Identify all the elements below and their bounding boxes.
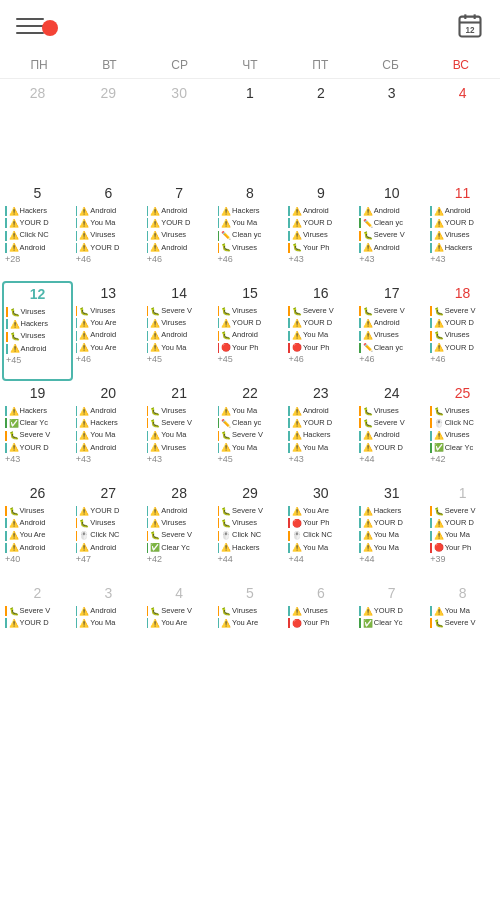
- day-cell-24[interactable]: 24🐛Viruses🐛Severe V⚠️Android⚠️YOUR D+44: [356, 381, 427, 481]
- event-text: You Ma: [232, 218, 257, 229]
- day-cell-21[interactable]: 21🐛Viruses🐛Severe V⚠️You Ma⚠️Viruses+43: [144, 381, 215, 481]
- event-icon: ✅: [9, 418, 19, 429]
- day-cell-22[interactable]: 22⚠️You Ma✏️Clean yc🐛Severe V⚠️You Ma+45: [215, 381, 286, 481]
- calendar-icon-btn[interactable]: 12: [456, 12, 484, 44]
- day-cell-29-other[interactable]: 29: [73, 81, 144, 181]
- event-text: Viruses: [90, 230, 115, 241]
- more-count: +45: [218, 354, 283, 364]
- event-icon: 🐛: [434, 506, 444, 517]
- weekday-ПН: ПН: [4, 52, 74, 78]
- event-icon: ⚠️: [221, 442, 231, 453]
- weekday-СБ: СБ: [355, 52, 425, 78]
- event-icon: 🐛: [150, 606, 160, 617]
- event-line: ⚠️Viruses: [147, 518, 212, 529]
- event-icon: ✅: [363, 618, 373, 629]
- event-text: Viruses: [161, 406, 186, 417]
- event-icon: ⚠️: [79, 318, 89, 329]
- day-cell-7-other[interactable]: 7⚠️YOUR D✅Clear Yc: [356, 581, 427, 681]
- day-cell-12[interactable]: 12🐛Viruses⚠️Hackers🐛Viruses⚠️Android+45: [2, 281, 73, 381]
- day-cell-1[interactable]: 1: [215, 81, 286, 181]
- day-cell-25[interactable]: 25🐛Viruses🖱️Click NC⚠️Viruses✅Clear Yc+4…: [427, 381, 498, 481]
- event-line: 🖱️Click NC: [218, 530, 283, 541]
- day-cell-27[interactable]: 27⚠️YOUR D🐛Viruses🖱️Click NC⚠️Android+47: [73, 481, 144, 581]
- day-cell-6[interactable]: 6⚠️Android⚠️You Ma⚠️Viruses⚠️YOUR D+46: [73, 181, 144, 281]
- event-text: Severe V: [374, 418, 405, 429]
- event-icon: ⚠️: [363, 330, 373, 341]
- event-line: ⚠️YOUR D: [359, 606, 424, 617]
- event-icon: ✅: [150, 542, 160, 553]
- event-icon: 🐛: [9, 430, 19, 441]
- day-cell-28-other[interactable]: 28: [2, 81, 73, 181]
- day-cell-29[interactable]: 29🐛Severe V🐛Viruses🖱️Click NC⚠️Hackers+4…: [215, 481, 286, 581]
- event-line: ⚠️YOUR D: [76, 242, 141, 253]
- day-cell-30-other[interactable]: 30: [144, 81, 215, 181]
- day-num: 7: [147, 184, 212, 204]
- day-num: 7: [359, 584, 424, 604]
- event-line: ⚠️Viruses: [288, 606, 353, 617]
- event-icon: ⚠️: [79, 606, 89, 617]
- event-text: You Ma: [90, 618, 115, 629]
- day-cell-14[interactable]: 14🐛Severe V⚠️Viruses⚠️Android⚠️You Ma+45: [144, 281, 215, 381]
- day-cell-7[interactable]: 7⚠️Android⚠️YOUR D⚠️Viruses⚠️Android+46: [144, 181, 215, 281]
- event-icon: ⚠️: [150, 218, 160, 229]
- day-cell-10[interactable]: 10⚠️Android✏️Clean yc🐛Severe V⚠️Android+…: [356, 181, 427, 281]
- day-cell-17[interactable]: 17🐛Severe V⚠️Android⚠️Viruses✏️Clean yc+…: [356, 281, 427, 381]
- day-cell-5-other[interactable]: 5🐛Viruses⚠️You Are: [215, 581, 286, 681]
- event-icon: ⚠️: [150, 430, 160, 441]
- event-icon: ⚠️: [9, 230, 19, 241]
- day-num: 30: [147, 84, 212, 104]
- day-cell-28[interactable]: 28⚠️Android⚠️Viruses🐛Severe V✅Clear Yc+4…: [144, 481, 215, 581]
- event-icon: ⚠️: [292, 218, 302, 229]
- event-text: You Ma: [374, 543, 399, 554]
- day-cell-18[interactable]: 18🐛Severe V⚠️YOUR D🐛Viruses⚠️YOUR D+46: [427, 281, 498, 381]
- event-icon: 🖱️: [221, 530, 231, 541]
- event-line: 🖱️Click NC: [288, 530, 353, 541]
- day-cell-13[interactable]: 13🐛Viruses⚠️You Are⚠️Android⚠️You Are+46: [73, 281, 144, 381]
- day-cell-16[interactable]: 16🐛Severe V⚠️YOUR D⚠️You Ma🔴Your Ph+46: [285, 281, 356, 381]
- event-icon: ⚠️: [79, 242, 89, 253]
- event-line: ⚠️YOUR D: [147, 218, 212, 229]
- event-text: Viruses: [445, 230, 470, 241]
- day-cell-4[interactable]: 4: [427, 81, 498, 181]
- day-num: 20: [76, 384, 141, 404]
- menu-button[interactable]: [16, 12, 44, 40]
- day-cell-9[interactable]: 9⚠️Android⚠️YOUR D⚠️Viruses🐛Your Ph+43: [285, 181, 356, 281]
- event-text: Viruses: [161, 443, 186, 454]
- day-cell-2[interactable]: 2: [285, 81, 356, 181]
- day-cell-20[interactable]: 20⚠️Android⚠️Hackers⚠️You Ma⚠️Android+43: [73, 381, 144, 481]
- event-icon: ⚠️: [292, 506, 302, 517]
- day-cell-5[interactable]: 5⚠️Hackers⚠️YOUR D⚠️Click NC⚠️Android+28: [2, 181, 73, 281]
- event-icon: ⚠️: [221, 206, 231, 217]
- day-cell-6-other[interactable]: 6⚠️Viruses🔴Your Ph: [285, 581, 356, 681]
- day-cell-1-other[interactable]: 1🐛Severe V⚠️YOUR D⚠️You Ma🔴Your Ph+39: [427, 481, 498, 581]
- day-cell-4-other[interactable]: 4🐛Severe V⚠️You Are: [144, 581, 215, 681]
- event-icon: ⚠️: [292, 606, 302, 617]
- day-cell-2-other[interactable]: 2🐛Severe V⚠️YOUR D: [2, 581, 73, 681]
- day-cell-19[interactable]: 19⚠️Hackers✅Clear Yc🐛Severe V⚠️YOUR D+43: [2, 381, 73, 481]
- day-cell-30[interactable]: 30⚠️You Are🔴Your Ph🖱️Click NC⚠️You Ma+44: [285, 481, 356, 581]
- event-line: 🐛Viruses: [6, 331, 69, 342]
- day-cell-26[interactable]: 26🐛Viruses⚠️Android⚠️You Are⚠️Android+40: [2, 481, 73, 581]
- day-num: 8: [218, 184, 283, 204]
- day-cell-3-other[interactable]: 3⚠️Android⚠️You Ma: [73, 581, 144, 681]
- day-cell-23[interactable]: 23⚠️Android⚠️YOUR D⚠️Hackers⚠️You Ma+43: [285, 381, 356, 481]
- day-cell-8[interactable]: 8⚠️Hackers⚠️You Ma✏️Clean yc🐛Viruses+46: [215, 181, 286, 281]
- day-cell-31[interactable]: 31⚠️Hackers⚠️YOUR D⚠️You Ma⚠️You Ma+44: [356, 481, 427, 581]
- event-line: ⚠️You Ma: [288, 330, 353, 341]
- event-line: ⚠️Android: [147, 206, 212, 217]
- event-text: YOUR D: [20, 218, 49, 229]
- event-text: Severe V: [20, 606, 51, 617]
- event-text: Severe V: [161, 418, 192, 429]
- event-text: YOUR D: [303, 418, 332, 429]
- day-cell-15[interactable]: 15🐛Viruses⚠️YOUR D🐛Android🔴Your Ph+45: [215, 281, 286, 381]
- event-icon: 🔴: [292, 618, 302, 629]
- event-line: ⚠️You Ma: [359, 542, 424, 553]
- event-line: ⚠️Android: [147, 242, 212, 253]
- event-line: ✅Clear Yc: [147, 542, 212, 553]
- day-num: 27: [76, 484, 141, 504]
- day-cell-3[interactable]: 3: [356, 81, 427, 181]
- day-cell-11[interactable]: 11⚠️Android⚠️YOUR D⚠️Viruses⚠️Hackers+43: [427, 181, 498, 281]
- day-cell-8-other[interactable]: 8⚠️You Ma🐛Severe V: [427, 581, 498, 681]
- event-text: Android: [20, 543, 46, 554]
- menu-icon-wrap[interactable]: [16, 12, 48, 44]
